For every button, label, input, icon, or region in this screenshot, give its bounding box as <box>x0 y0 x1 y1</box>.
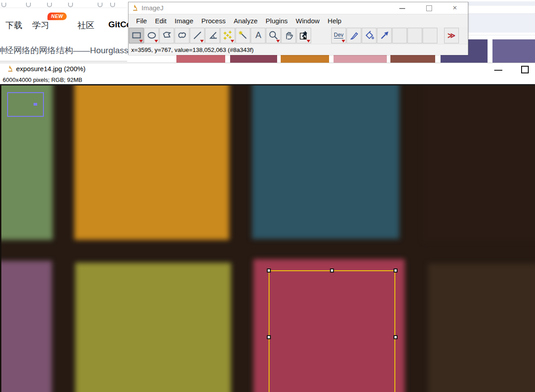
menu-image[interactable]: Image <box>171 17 197 25</box>
image-window-title-bar[interactable]: exposure14.jpg (200%) <box>0 63 535 75</box>
imagej-status-bar: x=3595, y=767, value=138,052,063 (#8a343… <box>128 44 468 55</box>
imagej-menu-bar: FileEditImageProcessAnalyzePluginsWindow… <box>128 14 468 27</box>
imagej-close-button[interactable]: ✕ <box>448 2 462 14</box>
image-info-line: 6000x4000 pixels; RGB; 92MB <box>0 75 535 84</box>
dev-tool[interactable]: Dev <box>331 28 346 43</box>
arrow-tool[interactable] <box>377 28 392 43</box>
teal-patch <box>252 85 399 239</box>
bg-swatch-maroon <box>230 55 277 63</box>
hand-tool[interactable] <box>281 28 296 43</box>
menu-edit[interactable]: Edit <box>151 17 171 25</box>
empty-slot-3 <box>423 28 437 43</box>
image-window-maximize-button[interactable] <box>521 66 529 73</box>
oval-tool[interactable] <box>144 28 159 43</box>
nav-item-2[interactable]: 学习NEW <box>32 20 49 31</box>
image-window: exposure14.jpg (200%) 6000x4000 pixels; … <box>0 63 535 392</box>
bg-swatch-darkpurple-b <box>468 39 488 55</box>
selection-handle-5[interactable] <box>394 335 398 339</box>
canvas-left-border <box>0 85 1 392</box>
image-window-microscope-icon <box>7 65 14 72</box>
bg-swatch-pink <box>334 55 387 63</box>
imagej-title-bar[interactable]: ImageJ ✕ <box>128 2 468 14</box>
dark-patch-top-right <box>423 85 535 241</box>
rectangle-tool[interactable] <box>129 28 144 43</box>
heading-divider <box>0 61 127 62</box>
imagej-toolbar: ADev≫ <box>128 27 468 44</box>
menu-process[interactable]: Process <box>197 17 230 25</box>
polygon-tool[interactable] <box>159 28 174 43</box>
bg-swatch-darkpurple-a <box>441 55 488 63</box>
line-tool[interactable] <box>190 28 205 43</box>
menu-window[interactable]: Window <box>292 17 324 25</box>
color-picker-tool[interactable] <box>296 28 311 43</box>
menu-file[interactable]: File <box>132 17 151 25</box>
point-tool[interactable] <box>220 28 235 43</box>
imagej-microscope-icon <box>132 4 139 12</box>
orange-patch <box>74 85 229 240</box>
text-tool[interactable]: A <box>251 28 265 43</box>
selection-handle-2[interactable] <box>330 268 334 273</box>
pixel-readout: x=3595, y=767, value=138,052,063 (#8a343… <box>131 47 254 53</box>
new-badge: NEW <box>47 13 67 20</box>
image-dimensions-text: 6000x4000 pixels; RGB; 92MB <box>3 77 82 83</box>
zoom-indicator-outline <box>7 92 44 117</box>
empty-slot-2 <box>407 28 422 43</box>
roi-selection-rect[interactable] <box>269 270 395 392</box>
bg-swatch-brick <box>390 55 435 63</box>
svg-text:A: A <box>255 30 261 40</box>
more-tools[interactable]: ≫ <box>444 28 459 43</box>
zoom-tool[interactable] <box>266 28 281 43</box>
selection-handle-1[interactable] <box>267 268 271 273</box>
image-window-minimize-button[interactable] <box>494 70 502 71</box>
toolbar-spacer <box>312 28 331 43</box>
empty-slot-1 <box>392 28 407 43</box>
imagej-minimize-button[interactable] <box>395 2 409 14</box>
imagej-maximize-button[interactable] <box>422 2 436 14</box>
browser-panel-strip-2 <box>468 14 535 33</box>
bg-swatch-rose <box>176 55 225 63</box>
freehand-tool[interactable] <box>175 28 189 43</box>
menu-plugins[interactable]: Plugins <box>261 17 291 25</box>
brown-patch-bottom-right <box>428 264 535 392</box>
fill-tool[interactable] <box>362 28 377 43</box>
bg-swatch-orange <box>281 55 329 63</box>
zoom-indicator-viewport <box>34 103 37 106</box>
wand-tool[interactable] <box>235 28 250 43</box>
menu-analyze[interactable]: Analyze <box>230 17 261 25</box>
nav-item-1[interactable]: 下载 <box>5 20 22 31</box>
angle-tool[interactable] <box>205 28 220 43</box>
browser-nav: 下载学习NEW社区GitCo <box>0 0 128 40</box>
selection-handle-4[interactable] <box>267 335 271 339</box>
imagej-main-window: ImageJ ✕ FileEditImageProcessAnalyzePlug… <box>128 2 468 55</box>
nav-item-3[interactable]: 社区 <box>77 20 94 31</box>
selection-handle-3[interactable] <box>394 268 398 273</box>
bg-swatch-purple <box>492 39 535 63</box>
screenshot-stage: 下载学习NEW社区GitCo 神经网络的网络结构——Hourglass Imag… <box>0 0 535 392</box>
imagej-window-title: ImageJ <box>141 4 163 12</box>
mauve-patch <box>0 261 52 392</box>
menu-help[interactable]: Help <box>324 17 346 25</box>
image-canvas[interactable] <box>0 85 535 392</box>
browser-panel-strip-1 <box>468 1 535 6</box>
browser-panel-line-2 <box>468 35 535 35</box>
image-window-title: exposure14.jpg (200%) <box>16 65 86 72</box>
olive-patch <box>75 263 231 392</box>
brush-tool[interactable] <box>347 28 361 43</box>
article-heading: 神经网络的网络结构——Hourglass <box>0 45 129 56</box>
